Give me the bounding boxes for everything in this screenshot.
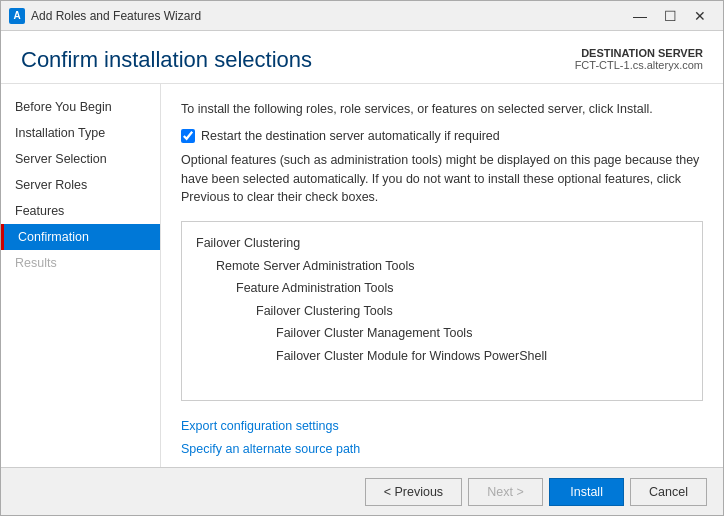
sidebar-item-before-you-begin[interactable]: Before You Begin [1, 94, 160, 120]
footer: < Previous Next > Install Cancel [1, 467, 723, 515]
previous-button[interactable]: < Previous [365, 478, 462, 506]
sidebar-item-features[interactable]: Features [1, 198, 160, 224]
sidebar-item-results: Results [1, 250, 160, 276]
sidebar-item-installation-type[interactable]: Installation Type [1, 120, 160, 146]
destination-info: DESTINATION SERVER FCT-CTL-1.cs.alteryx.… [575, 47, 703, 71]
restart-checkbox-label[interactable]: Restart the destination server automatic… [201, 129, 500, 143]
window-controls: — ☐ ✕ [625, 1, 715, 31]
feature-failover-clustering: Failover Clustering [196, 232, 688, 255]
feature-cluster-management: Failover Cluster Management Tools [196, 322, 688, 345]
cancel-button[interactable]: Cancel [630, 478, 707, 506]
close-button[interactable]: ✕ [685, 1, 715, 31]
main-description: To install the following roles, role ser… [181, 100, 703, 119]
main-content: To install the following roles, role ser… [161, 84, 723, 467]
destination-label: DESTINATION SERVER [575, 47, 703, 59]
main-window: A Add Roles and Features Wizard — ☐ ✕ Co… [0, 0, 724, 516]
alternate-source-link[interactable]: Specify an alternate source path [181, 438, 703, 461]
page-title: Confirm installation selections [21, 47, 312, 73]
sidebar: Before You Begin Installation Type Serve… [1, 84, 161, 467]
minimize-button[interactable]: — [625, 1, 655, 31]
window-title: Add Roles and Features Wizard [31, 9, 619, 23]
features-box: Failover Clustering Remote Server Admini… [181, 221, 703, 401]
export-config-link[interactable]: Export configuration settings [181, 415, 703, 438]
sidebar-item-server-roles[interactable]: Server Roles [1, 172, 160, 198]
header: Confirm installation selections DESTINAT… [1, 31, 723, 84]
optional-features-text: Optional features (such as administratio… [181, 151, 703, 207]
links-section: Export configuration settings Specify an… [181, 415, 703, 460]
titlebar: A Add Roles and Features Wizard — ☐ ✕ [1, 1, 723, 31]
restore-button[interactable]: ☐ [655, 1, 685, 31]
restart-checkbox-row: Restart the destination server automatic… [181, 129, 703, 143]
feature-remote-server-admin: Remote Server Administration Tools [196, 255, 688, 278]
content-area: Before You Begin Installation Type Serve… [1, 84, 723, 467]
sidebar-item-server-selection[interactable]: Server Selection [1, 146, 160, 172]
install-button[interactable]: Install [549, 478, 624, 506]
feature-cluster-powershell: Failover Cluster Module for Windows Powe… [196, 345, 688, 368]
restart-checkbox[interactable] [181, 129, 195, 143]
feature-clustering-tools: Failover Clustering Tools [196, 300, 688, 323]
sidebar-item-confirmation[interactable]: Confirmation [1, 224, 160, 250]
feature-admin-tools: Feature Administration Tools [196, 277, 688, 300]
app-icon: A [9, 8, 25, 24]
next-button[interactable]: Next > [468, 478, 543, 506]
destination-value: FCT-CTL-1.cs.alteryx.com [575, 59, 703, 71]
